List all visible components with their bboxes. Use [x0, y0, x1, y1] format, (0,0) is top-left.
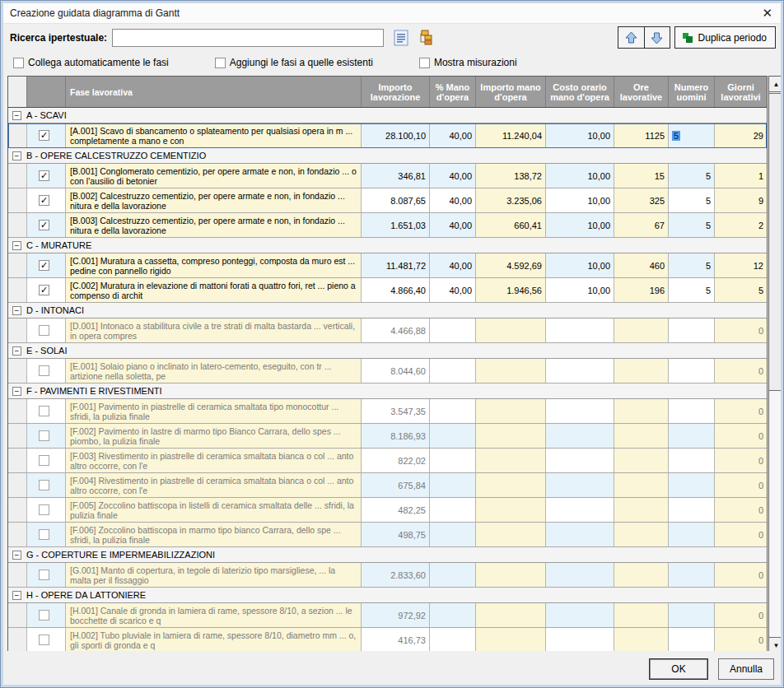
document-list-icon[interactable] [394, 30, 408, 46]
value-cell-c4[interactable] [546, 628, 614, 652]
value-cell-c7[interactable]: 2 [715, 213, 767, 237]
value-cell-c5[interactable]: 460 [614, 253, 669, 277]
fase-cell[interactable]: [D.001] Intonaco a stabilitura civile a … [66, 318, 362, 342]
row-checkbox[interactable] [39, 610, 49, 621]
collapse-icon[interactable]: − [12, 346, 21, 356]
value-cell-c6[interactable]: 5 [669, 188, 715, 212]
collapse-icon[interactable]: − [12, 306, 21, 315]
row-checkbox[interactable] [39, 325, 49, 336]
value-cell-c4[interactable] [546, 318, 614, 342]
value-cell-c2[interactable]: 40,00 [430, 253, 476, 277]
value-cell-c7[interactable]: 0 [715, 424, 767, 448]
value-cell-c2[interactable] [430, 628, 476, 652]
value-cell-c1[interactable]: 8.044,60 [362, 359, 430, 383]
value-cell-c2[interactable]: 40,00 [430, 188, 476, 212]
value-cell-c5[interactable]: 1125 [614, 123, 669, 147]
cancel-button[interactable]: Annulla [718, 658, 774, 680]
value-cell-c2[interactable] [430, 449, 476, 472]
value-cell-c6[interactable]: 5 [669, 213, 715, 237]
value-cell-c5[interactable]: 15 [614, 164, 669, 188]
fase-cell[interactable]: [H.002] Tubo pluviale in lamiera di rame… [66, 628, 362, 652]
value-cell-c2[interactable] [430, 359, 476, 383]
close-icon[interactable]: ✕ [762, 5, 772, 21]
value-cell-c3[interactable] [476, 473, 546, 497]
value-cell-c6[interactable] [669, 523, 715, 546]
value-cell-c5[interactable] [614, 473, 669, 497]
value-cell-c1[interactable]: 822,02 [362, 449, 430, 472]
value-cell-c5[interactable] [614, 318, 669, 342]
value-cell-c2[interactable]: 40,00 [430, 164, 476, 188]
value-cell-c4[interactable] [546, 498, 614, 522]
value-cell-c1[interactable]: 4.466,88 [362, 318, 430, 342]
fase-cell[interactable]: [B.001] Conglomerato cementizio, per ope… [66, 164, 362, 188]
value-cell-c1[interactable]: 972,92 [362, 603, 430, 627]
value-cell-c7[interactable]: 1 [715, 164, 767, 188]
fase-cell[interactable]: [A.001] Scavo di sbancamento o splateame… [66, 123, 362, 147]
value-cell-c5[interactable] [614, 424, 669, 448]
value-cell-c4[interactable] [546, 473, 614, 497]
value-cell-c4[interactable] [546, 399, 614, 423]
fase-cell[interactable]: [G.001] Manto di copertura, in tegole di… [66, 563, 362, 587]
value-cell-c2[interactable] [430, 563, 476, 587]
value-cell-c7[interactable]: 9 [715, 188, 767, 212]
fase-cell[interactable]: [B.002] Calcestruzzo cementizio, per ope… [66, 188, 362, 212]
row-checkbox[interactable]: ✓ [39, 220, 49, 230]
value-cell-c4[interactable]: 10,00 [546, 188, 614, 212]
value-cell-c2[interactable] [430, 603, 476, 627]
value-cell-c6[interactable] [669, 498, 715, 522]
value-cell-c6[interactable] [669, 563, 715, 587]
option-checkbox[interactable] [215, 58, 226, 68]
value-cell-c1[interactable]: 2.833,60 [362, 563, 430, 587]
collapse-icon[interactable]: − [12, 551, 21, 560]
row-checkbox[interactable] [39, 529, 49, 540]
search-input[interactable] [112, 29, 384, 47]
collapse-icon[interactable]: − [12, 591, 21, 600]
row-checkbox[interactable]: ✓ [39, 260, 49, 271]
value-cell-c6[interactable] [669, 424, 715, 448]
move-up-button[interactable] [618, 27, 644, 48]
value-cell-c7[interactable]: 12 [715, 253, 767, 277]
value-cell-c4[interactable]: 10,00 [546, 278, 614, 302]
value-cell-c3[interactable] [476, 399, 546, 423]
row-checkbox[interactable]: ✓ [39, 195, 49, 206]
value-cell-c1[interactable]: 498,75 [362, 523, 430, 546]
value-cell-c4[interactable]: 10,00 [546, 164, 614, 188]
value-cell-c6[interactable]: 5 [669, 123, 715, 147]
move-down-button[interactable] [644, 27, 670, 48]
value-cell-c5[interactable]: 196 [614, 278, 669, 302]
row-checkbox[interactable] [39, 480, 49, 490]
fase-cell[interactable]: [H.001] Canale di gronda in lamiera di r… [66, 603, 362, 627]
value-cell-c5[interactable]: 325 [614, 188, 669, 212]
row-checkbox[interactable]: ✓ [39, 285, 49, 295]
value-cell-c4[interactable] [546, 563, 614, 587]
value-cell-c5[interactable] [614, 498, 669, 522]
value-cell-c2[interactable] [430, 318, 476, 342]
collapse-icon[interactable]: − [12, 111, 21, 120]
value-cell-c6[interactable] [669, 603, 715, 627]
value-cell-c3[interactable] [476, 498, 546, 522]
value-cell-c1[interactable]: 11.481,72 [362, 253, 430, 277]
value-cell-c3[interactable] [476, 318, 546, 342]
ok-button[interactable]: OK [649, 658, 708, 680]
value-cell-c2[interactable] [430, 473, 476, 497]
value-cell-c7[interactable]: 0 [715, 359, 767, 383]
option-checkbox[interactable] [13, 58, 24, 68]
value-cell-c2[interactable]: 40,00 [430, 123, 476, 147]
fase-cell[interactable]: [B.003] Calcestruzzo cementizio, per ope… [66, 213, 362, 237]
fase-cell[interactable]: [C.001] Muratura a cassetta, compreso po… [66, 253, 362, 277]
value-cell-c1[interactable]: 346,81 [362, 164, 430, 188]
value-cell-c3[interactable] [476, 359, 546, 383]
value-cell-c2[interactable] [430, 523, 476, 546]
value-cell-c5[interactable] [614, 603, 669, 627]
value-cell-c2[interactable]: 40,00 [430, 278, 476, 302]
value-cell-c7[interactable]: 0 [715, 498, 767, 522]
value-cell-c1[interactable]: 3.547,35 [362, 399, 430, 423]
value-cell-c3[interactable]: 1.946,56 [476, 278, 546, 302]
row-checkbox[interactable] [39, 635, 49, 645]
row-checkbox[interactable] [39, 430, 49, 441]
cell-edit-selection[interactable]: 5 [672, 131, 680, 141]
value-cell-c2[interactable] [430, 424, 476, 448]
fase-cell[interactable]: [F.003] Rivestimento in piastrelle di ce… [66, 449, 362, 472]
fase-cell[interactable]: [F.001] Pavimento in piastrelle di ceram… [66, 399, 362, 423]
value-cell-c3[interactable] [476, 424, 546, 448]
